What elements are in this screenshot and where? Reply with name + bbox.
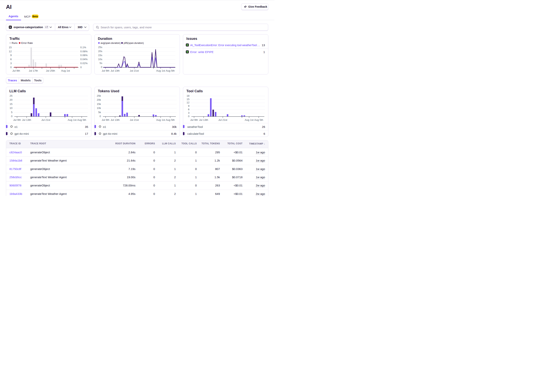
svg-text:3: 3 bbox=[10, 62, 12, 64]
svg-text:Aug 5th: Aug 5th bbox=[166, 69, 175, 72]
svg-text:Aug 5th: Aug 5th bbox=[77, 119, 86, 121]
svg-text:10s: 10s bbox=[98, 58, 102, 61]
svg-text:Jul 13th: Jul 13th bbox=[111, 69, 120, 72]
svg-text:25k: 25k bbox=[97, 94, 101, 97]
svg-text:25s: 25s bbox=[98, 46, 102, 49]
svg-text:0: 0 bbox=[11, 115, 13, 118]
svg-text:6: 6 bbox=[188, 108, 189, 111]
svg-text:Jul 21st: Jul 21st bbox=[41, 119, 50, 121]
svg-text:12: 12 bbox=[9, 50, 12, 53]
svg-text:Jul 9th: Jul 9th bbox=[102, 119, 109, 121]
svg-text:0.08%: 0.08% bbox=[80, 50, 87, 53]
svg-text:20s: 20s bbox=[98, 49, 102, 52]
svg-text:Aug 5th: Aug 5th bbox=[166, 119, 175, 121]
svg-text:5s: 5s bbox=[100, 62, 102, 64]
svg-text:0: 0 bbox=[188, 115, 189, 118]
svg-text:0: 0 bbox=[100, 115, 101, 118]
svg-text:15s: 15s bbox=[98, 54, 102, 56]
svg-text:15: 15 bbox=[9, 46, 12, 49]
svg-text:6: 6 bbox=[10, 58, 12, 61]
svg-text:20: 20 bbox=[10, 98, 13, 101]
svg-text:15: 15 bbox=[10, 103, 13, 105]
svg-text:25: 25 bbox=[10, 94, 13, 97]
svg-text:Jul 21st: Jul 21st bbox=[218, 119, 227, 121]
svg-text:9: 9 bbox=[188, 105, 189, 107]
svg-text:0: 0 bbox=[10, 66, 12, 69]
svg-text:Aug 1st: Aug 1st bbox=[245, 119, 254, 121]
svg-text:Aug 1st: Aug 1st bbox=[68, 119, 77, 121]
svg-text:18: 18 bbox=[186, 94, 189, 97]
svg-text:0.04%: 0.04% bbox=[80, 58, 87, 61]
svg-text:10k: 10k bbox=[97, 107, 101, 110]
svg-text:Jul 9th: Jul 9th bbox=[13, 69, 20, 72]
svg-text:5k: 5k bbox=[98, 111, 101, 114]
svg-text:Jul 17th: Jul 17th bbox=[29, 69, 38, 72]
svg-text:Runs: Runs bbox=[12, 41, 18, 44]
svg-text:Jul 13th: Jul 13th bbox=[199, 119, 208, 121]
svg-text:0.1%: 0.1% bbox=[80, 46, 86, 49]
svg-text:Aug 1st: Aug 1st bbox=[61, 69, 70, 72]
svg-text:12: 12 bbox=[186, 101, 189, 104]
svg-text:10: 10 bbox=[10, 107, 13, 110]
svg-text:0: 0 bbox=[101, 66, 102, 69]
svg-text:5: 5 bbox=[11, 111, 13, 114]
svg-text:avg(span.duration): avg(span.duration) bbox=[100, 42, 121, 44]
svg-text:Jul 21st: Jul 21st bbox=[130, 119, 139, 121]
svg-text:9: 9 bbox=[10, 54, 12, 57]
svg-text:20k: 20k bbox=[97, 98, 101, 101]
svg-text:Jul 13th: Jul 13th bbox=[111, 119, 120, 121]
svg-text:15: 15 bbox=[186, 98, 189, 101]
svg-text:3: 3 bbox=[188, 112, 189, 114]
svg-text:Error Rate: Error Rate bbox=[21, 41, 33, 44]
svg-text:Jul 13th: Jul 13th bbox=[22, 119, 31, 121]
svg-text:Aug 1st: Aug 1st bbox=[156, 69, 165, 72]
svg-text:0.02%: 0.02% bbox=[80, 62, 87, 64]
svg-text:p95(span.duration): p95(span.duration) bbox=[124, 42, 144, 44]
svg-text:Jul 25th: Jul 25th bbox=[46, 69, 55, 72]
svg-text:Jul 9th: Jul 9th bbox=[102, 69, 109, 72]
svg-text:15k: 15k bbox=[97, 103, 101, 105]
svg-text:0.06%: 0.06% bbox=[80, 54, 87, 57]
svg-text:Jul 21st: Jul 21st bbox=[130, 69, 139, 72]
svg-text:Aug 5th: Aug 5th bbox=[254, 119, 263, 121]
svg-text:Jul 9th: Jul 9th bbox=[190, 119, 198, 121]
svg-text:Aug 1st: Aug 1st bbox=[156, 119, 165, 121]
svg-text:Jul 9th: Jul 9th bbox=[13, 119, 21, 121]
svg-text:0: 0 bbox=[80, 66, 82, 69]
